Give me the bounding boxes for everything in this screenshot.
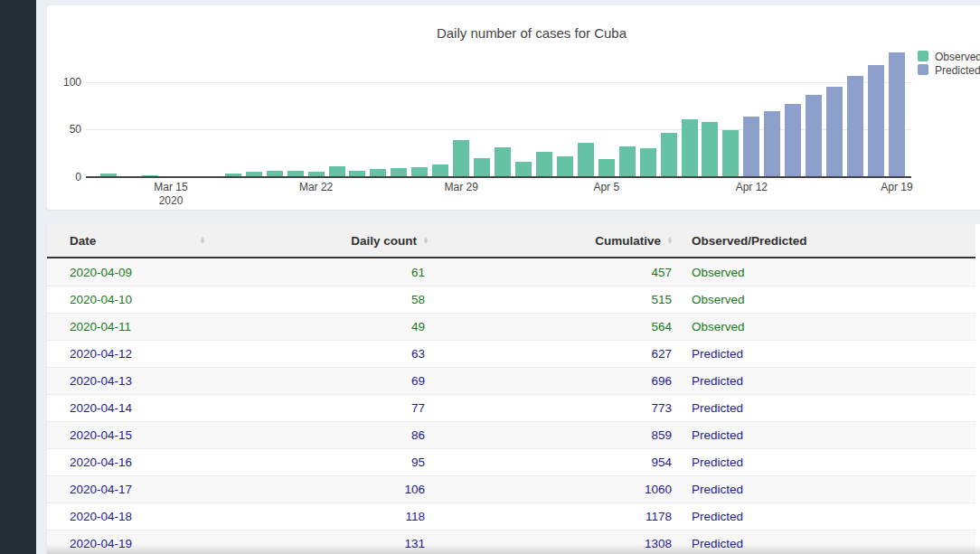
table-row: 2020-04-1058515Observed (47, 286, 980, 313)
cell-daily-count: 106 (237, 476, 432, 502)
cases-table-card: Date▲▼Daily count▲▼Cumulative▲▼Observed/… (47, 224, 980, 554)
cell-cumulative: 954 (432, 449, 676, 475)
legend-swatch-predicted (918, 64, 928, 75)
sort-desc-arrow: ▼ (423, 240, 429, 245)
bar-observed-2020-04-10[interactable] (702, 122, 718, 177)
bar-predicted-2020-04-18[interactable] (868, 65, 884, 177)
sort-icon[interactable]: ▲▼ (197, 237, 208, 245)
bar-observed-2020-04-04[interactable] (578, 143, 594, 177)
bar-observed-2020-04-08[interactable] (661, 133, 677, 176)
cell-cumulative: 627 (432, 341, 676, 367)
x-tick-sublabel: 2020 (154, 194, 187, 208)
column-header-cumulative[interactable]: Cumulative▲▼ (432, 224, 676, 257)
x-axis-tick-2020-04-19: Apr 19 (881, 181, 912, 194)
cell-date: 2020-04-10 (47, 286, 237, 313)
table-row: 2020-04-1695954Predicted (47, 448, 980, 475)
legend-item-observed[interactable]: Observed (918, 51, 980, 62)
cell-date: 2020-04-16 (47, 449, 237, 475)
table-row: 2020-04-1149564Observed (47, 313, 980, 340)
table-row: 2020-04-181181178Predicted (47, 502, 980, 530)
cell-cumulative: 564 (432, 314, 676, 340)
column-header-observed-predicted: Observed/Predicted (676, 224, 980, 257)
x-axis-tick-2020-03-29: Mar 29 (444, 181, 477, 194)
chart-title: Daily number of cases for Cuba (47, 25, 980, 41)
x-tick-label: Apr 5 (593, 181, 619, 194)
bar-predicted-2020-04-12[interactable] (743, 117, 759, 176)
bar-predicted-2020-04-14[interactable] (785, 104, 801, 177)
column-header-daily-count[interactable]: Daily count▲▼ (237, 224, 432, 257)
cell-daily-count: 63 (237, 341, 432, 367)
bar-predicted-2020-04-17[interactable] (847, 76, 863, 176)
gridline-100 (86, 82, 911, 83)
bar-observed-2020-03-28[interactable] (432, 164, 448, 177)
sort-icon[interactable]: ▲▼ (420, 237, 431, 245)
bar-observed-2020-03-29[interactable] (453, 140, 469, 177)
cell-daily-count: 95 (237, 449, 432, 475)
bar-observed-2020-03-31[interactable] (495, 147, 511, 176)
cell-daily-count: 77 (237, 395, 432, 421)
cell-daily-count: 61 (237, 258, 432, 286)
bar-observed-2020-04-09[interactable] (682, 119, 698, 177)
bar-observed-2020-04-06[interactable] (619, 146, 636, 177)
bar-observed-2020-04-05[interactable] (598, 159, 615, 177)
legend-label: Predicted (935, 64, 980, 77)
cell-date: 2020-04-15 (47, 422, 237, 448)
cell-cumulative: 1178 (432, 503, 676, 530)
x-tick-label: Mar 15 (154, 181, 187, 194)
x-tick-label: Mar 29 (444, 181, 477, 194)
x-axis-tick-2020-04-12: Apr 12 (736, 181, 768, 194)
legend-label: Observed (935, 51, 980, 63)
bar-observed-2020-04-11[interactable] (722, 130, 739, 176)
table-scrollbar-track[interactable] (975, 224, 980, 554)
cell-status: Predicted (676, 449, 980, 475)
x-tick-label: Mar 22 (299, 181, 333, 194)
cell-status: Predicted (676, 368, 980, 394)
bar-observed-2020-04-01[interactable] (515, 162, 532, 177)
cell-status: Predicted (676, 341, 980, 367)
bar-observed-2020-04-07[interactable] (640, 148, 656, 176)
cell-date: 2020-04-18 (47, 503, 237, 530)
column-header-date[interactable]: Date▲▼ (47, 224, 237, 257)
cell-status: Predicted (676, 422, 980, 448)
bottom-scroll-fade (47, 544, 980, 554)
cell-daily-count: 58 (237, 286, 432, 313)
bar-observed-2020-04-02[interactable] (536, 152, 552, 176)
x-axis-tick-2020-03-15: Mar 152020 (154, 181, 187, 208)
column-header-label: Observed/Predicted (692, 234, 807, 248)
y-axis-tick-100: 100 (47, 76, 81, 89)
cell-date: 2020-04-12 (47, 341, 237, 367)
column-header-label: Date (70, 234, 96, 248)
cell-cumulative: 515 (432, 286, 676, 313)
bar-predicted-2020-04-13[interactable] (764, 111, 780, 176)
sort-icon[interactable]: ▲▼ (664, 237, 675, 245)
legend-swatch-observed (918, 51, 928, 61)
cell-cumulative: 457 (432, 258, 676, 286)
table-row: 2020-04-1369696Predicted (47, 367, 980, 394)
sort-desc-arrow: ▼ (200, 240, 206, 245)
bar-predicted-2020-04-16[interactable] (826, 87, 843, 177)
table-body: 2020-04-0961457Observed2020-04-1058515Ob… (47, 258, 980, 554)
cell-cumulative: 1060 (432, 476, 676, 502)
table-row: 2020-04-171061060Predicted (47, 475, 980, 502)
legend-item-predicted[interactable]: Predicted (918, 64, 980, 76)
x-axis-tick-2020-04-05: Apr 5 (593, 181, 619, 194)
cell-status: Predicted (676, 395, 980, 421)
cell-cumulative: 696 (432, 368, 676, 394)
y-axis-tick-50: 50 (47, 123, 81, 136)
column-header-label: Cumulative (595, 234, 661, 248)
cell-status: Predicted (676, 503, 980, 530)
x-axis-tick-2020-03-22: Mar 22 (299, 181, 333, 194)
x-tick-label: Apr 19 (881, 181, 912, 194)
x-axis-line (86, 176, 911, 178)
x-tick-label: Apr 12 (736, 181, 768, 194)
bar-predicted-2020-04-19[interactable] (889, 52, 905, 176)
bar-observed-2020-04-03[interactable] (557, 156, 573, 176)
daily-cases-chart: Daily number of cases for Cuba 050100Mar… (47, 5, 980, 210)
cell-status: Observed (676, 286, 980, 313)
bar-predicted-2020-04-15[interactable] (806, 95, 822, 176)
column-header-label: Daily count (351, 234, 417, 248)
cell-date: 2020-04-09 (47, 258, 237, 286)
table-row: 2020-04-1586859Predicted (47, 421, 980, 448)
cell-daily-count: 118 (237, 503, 432, 530)
bar-observed-2020-03-30[interactable] (474, 158, 490, 177)
